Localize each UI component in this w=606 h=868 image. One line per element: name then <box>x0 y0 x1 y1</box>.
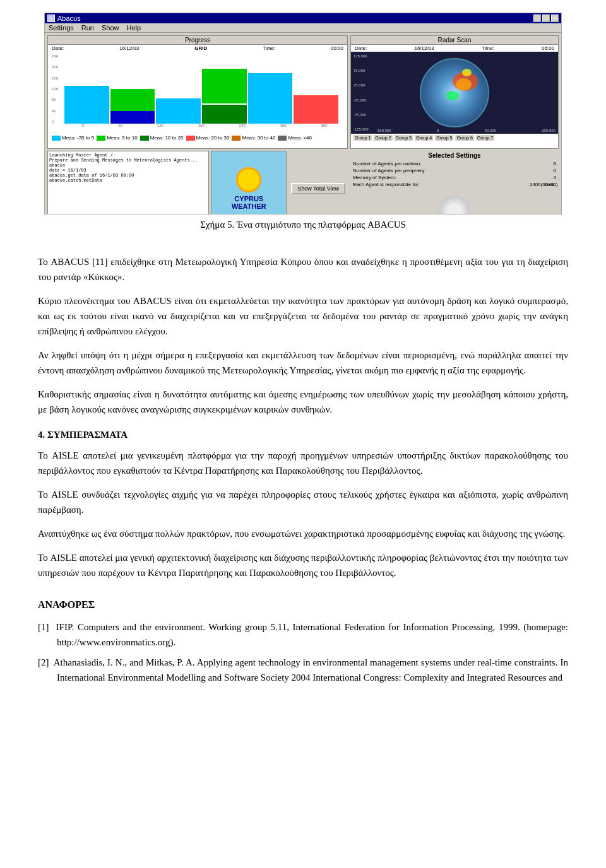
radar-time-label: Time: <box>482 45 494 51</box>
paragraph-8: Το AISLE αποτελεί μια γενική αρχιτεκτονι… <box>38 550 568 580</box>
chart-area: 24020016012080400 <box>48 52 347 134</box>
weather-text-2: WEATHER <box>232 202 266 210</box>
bar-2 <box>110 54 155 124</box>
menu-help[interactable]: Help <box>126 24 141 32</box>
progress-date-time: Date: 16/12/03 GRID Time: 00:00 <box>48 45 347 52</box>
ref1-num: [1] <box>38 622 49 632</box>
paragraph-7: Αναπτύχθηκε ως ένα σύστημα πολλών πρακτό… <box>38 526 568 541</box>
weather-icon-container <box>350 193 559 214</box>
chart-bars <box>50 54 345 124</box>
minimize-button[interactable]: _ <box>533 15 541 22</box>
legend-5: Meas: 30 to 40 <box>232 135 275 141</box>
close-button[interactable]: ✕ <box>551 15 559 22</box>
ref2-num: [2] <box>38 657 49 667</box>
legend-3: Meas: 10 to 20 <box>140 135 184 141</box>
settings-row-2: Number of Agents per periphery: 0 <box>350 167 559 174</box>
bottom-panels: Launching Master Agent / Prepare and Sen… <box>47 151 348 214</box>
weather-icon-right <box>439 196 470 214</box>
abacus-main-content: Progress Date: 16/12/03 GRID Time: 00:00… <box>45 33 561 214</box>
radar-date-label: Date: <box>355 45 367 51</box>
date-label: Date: <box>52 45 64 51</box>
time-label: Time: <box>263 45 275 51</box>
radar-date-time: Date: 16/12/03 Time: 06:00 <box>351 45 558 52</box>
x-axis: 060120180240300360 <box>50 124 345 127</box>
paragraph-1: Το ABACUS [11] επιδείχθηκε στη Μετεωρολο… <box>38 254 568 284</box>
abacus-screenshot: A Abacus _ □ ✕ Settings Run Show Help <box>44 13 562 214</box>
abacus-left-panel: Progress Date: 16/12/03 GRID Time: 00:00… <box>47 35 348 214</box>
show-button-container: Show Total View <box>288 151 348 214</box>
weather-panel: CYPRUS WEATHER <box>211 151 287 214</box>
legend-1: Meas: -35 to 5 <box>52 135 94 141</box>
reference-1: [1] IFIP. Computers and the environment.… <box>38 619 568 650</box>
paragraph-6: Το AISLE συνδυάζει τεχνολογίες αιχμής γι… <box>38 487 568 517</box>
bar-3 <box>156 54 201 124</box>
references-title: ΑΝΑΦΟΡΕΣ <box>38 599 568 611</box>
radar-panel-title: Radar Scan <box>351 36 558 45</box>
sun-icon <box>236 167 261 192</box>
ref1-text: IFIP. Computers and the environment. Wor… <box>56 622 568 647</box>
settings-panel: Selected Settings Number of Agents per r… <box>350 151 559 214</box>
log-line-3: abacus <box>49 163 207 168</box>
radar-groups: Group 1 Group 2 Group 3 Group 4 Group 5 … <box>351 134 558 142</box>
abacus-menubar: Settings Run Show Help <box>45 23 561 33</box>
date-value: 16/12/03 <box>119 45 139 51</box>
settings-title: Selected Settings <box>350 151 559 160</box>
time-value: 00:00 <box>331 45 343 51</box>
menu-show[interactable]: Show <box>102 24 119 32</box>
paragraph-4: Καθοριστικής σημασίας είναι η δυνατότητα… <box>38 387 568 417</box>
legend-2: Meas: 5 to 10 <box>97 135 137 141</box>
log-line-6: abacus.catch.metData <box>49 178 207 183</box>
ref2-text: Athanasiadis, I. N., and Mitkas, P. A. A… <box>54 657 568 683</box>
section-4-title: 4. ΣΥΜΠΕΡΑΣΜΑΤΑ <box>38 430 568 440</box>
paragraph-5: Το AISLE αποτελεί μια γενικευμένη πλατφό… <box>38 448 568 478</box>
radar-circle <box>420 58 489 127</box>
progress-panel: Progress Date: 16/12/03 GRID Time: 00:00… <box>47 35 348 149</box>
log-line-5: abacus.get_data of 16/1/03 08:00 <box>49 173 207 178</box>
radar-display: 125,00075,00025,000-25,000-75,000-125,00… <box>351 52 558 134</box>
radar-time-value: 06:00 <box>542 45 554 51</box>
radar-date-value: 16/12/03 <box>414 45 434 51</box>
bar-6 <box>294 54 338 124</box>
show-total-view-button[interactable]: Show Total View <box>291 183 345 194</box>
weather-text-1: CYPRUS <box>234 195 263 202</box>
abacus-app-icon: A <box>47 15 55 22</box>
maximize-button[interactable]: □ <box>542 15 550 22</box>
settings-row-3: Memory of System: 4 <box>350 174 559 181</box>
paragraph-3: Αν ληφθεί υπόψη ότι η μέχρι σήμερα η επε… <box>38 348 568 378</box>
reference-2: [2] Athanasiadis, I. N., and Mitkas, P. … <box>38 655 568 685</box>
abacus-titlebar: A Abacus _ □ ✕ <box>45 13 561 23</box>
abacus-title: Abacus <box>57 15 81 22</box>
menu-settings[interactable]: Settings <box>49 24 74 32</box>
paragraph-2: Κύριο πλεονέκτημα του ABACUS είναι ότι ε… <box>38 293 568 339</box>
settings-row-4: Each Agent is responsible for: 2400(60x4… <box>350 181 559 188</box>
legend-4: Meas: 20 to 30 <box>186 135 230 141</box>
log-panel: Launching Master Agent / Prepare and Sen… <box>47 151 209 214</box>
menu-run[interactable]: Run <box>81 24 94 32</box>
log-line-2: Prepare and Sending Messages to Meteorol… <box>49 158 207 163</box>
radar-panel: Radar Scan Date: 16/12/03 Time: 06:00 12… <box>350 35 559 149</box>
log-line-4: date = 16/1/03 <box>49 168 207 173</box>
cells-label: cells. <box>545 182 556 187</box>
grid-label: GRID <box>194 45 207 51</box>
bar-5 <box>248 54 293 124</box>
legend-area: Meas: -35 to 5 Meas: 5 to 10 Meas: 10 to… <box>48 134 347 142</box>
figure-caption: Σχήμα 5. Ένα στιγμιότυπο της πλατφόρμας … <box>200 220 406 230</box>
abacus-right-panel: Radar Scan Date: 16/12/03 Time: 06:00 12… <box>350 35 559 214</box>
legend-6: Meas: >40 <box>278 135 312 141</box>
log-line-1: Launching Master Agent / <box>49 153 207 158</box>
bar-4 <box>202 54 247 124</box>
bar-1 <box>64 54 109 124</box>
settings-row-1: Number of Agents per radiosn: 8 <box>350 160 559 167</box>
figure-container: A Abacus _ □ ✕ Settings Run Show Help <box>38 13 568 243</box>
progress-panel-title: Progress <box>48 36 347 45</box>
and-word: and <box>549 672 562 683</box>
